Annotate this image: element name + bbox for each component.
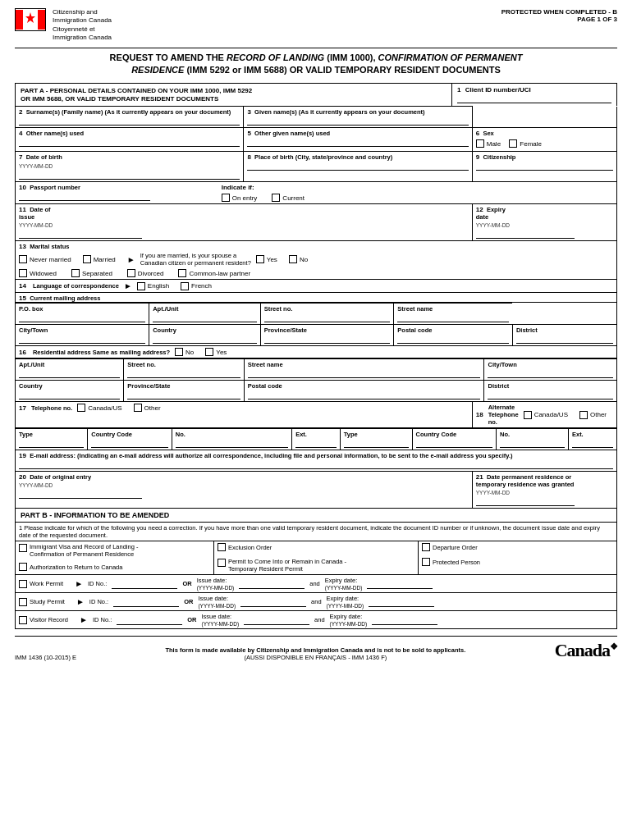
client-id-input[interactable] [457,95,611,103]
res-street-name-input[interactable] [248,370,481,378]
common-law-checkbox[interactable] [178,269,186,277]
othergivenname-input[interactable] [247,139,468,147]
citizenship-input[interactable] [476,162,613,171]
tel-other-option[interactable]: Other [134,404,161,412]
married-no-option[interactable]: No [289,255,308,263]
separated-checkbox[interactable] [71,269,80,277]
apt-unit-input[interactable] [153,314,257,322]
type-input-1[interactable] [19,440,84,448]
french-option[interactable]: French [181,282,212,290]
postal-code-input[interactable] [397,336,509,344]
street-no-input[interactable] [264,314,391,322]
english-option[interactable]: English [137,282,169,290]
email-input[interactable] [19,461,613,469]
never-married-option[interactable]: Never married [19,255,71,263]
married-checkbox[interactable] [83,255,91,263]
expiry-date-input[interactable] [476,231,575,239]
work-issue-input[interactable] [239,581,305,589]
current-option[interactable]: Current [272,194,305,202]
surname-input[interactable] [19,117,240,126]
ext-input-1[interactable] [295,440,337,448]
po-box-input[interactable] [19,314,145,322]
tel-canada-us-option[interactable]: Canada/US [77,404,121,412]
on-entry-option[interactable]: On entry [222,194,258,202]
doc1-checkbox[interactable] [19,544,27,552]
separated-option[interactable]: Separated [71,269,112,277]
passport-input[interactable] [19,193,150,201]
common-law-option[interactable]: Common-law partner [178,269,250,277]
district-input[interactable] [516,336,613,344]
doc5-option[interactable]: Permit to Come Into or Remain in Canada … [218,558,346,573]
no-input-1[interactable] [176,440,288,448]
divorced-checkbox[interactable] [127,269,135,277]
residential-no-checkbox[interactable] [175,348,183,356]
doc6-option[interactable]: Protected Person [422,558,480,566]
married-no-checkbox[interactable] [289,255,297,263]
cc-input-1[interactable] [91,440,167,448]
entry-date-input[interactable] [19,491,142,499]
doc4-checkbox[interactable] [19,563,27,571]
province-input[interactable] [264,336,391,344]
sex-female-option[interactable]: Female [509,139,542,148]
residential-yes-option[interactable]: Yes [205,348,227,356]
sex-male-checkbox[interactable] [476,139,484,148]
visitor-expiry-input[interactable] [372,617,437,625]
issue-date-input[interactable] [19,231,142,239]
visitor-record-checkbox[interactable] [19,616,27,624]
married-yes-option[interactable]: Yes [256,255,277,263]
ext-input-2[interactable] [572,440,613,448]
visitor-record-option[interactable]: Visitor Record [19,616,68,624]
perm-res-date-input[interactable] [476,498,575,506]
never-married-checkbox[interactable] [19,255,27,263]
alt-canada-us-option[interactable]: Canada/US [524,411,568,419]
widowed-checkbox[interactable] [19,269,27,277]
alt-other-checkbox[interactable] [579,411,588,419]
work-id-input[interactable] [112,581,177,589]
study-id-input[interactable] [113,599,179,607]
doc3-checkbox[interactable] [422,543,430,551]
city-input[interactable] [19,336,145,344]
doc5-checkbox[interactable] [218,559,226,567]
doc1-option[interactable]: Immigrant Visa and Record of Landing - C… [19,543,138,558]
divorced-option[interactable]: Divorced [127,269,164,277]
doc4-option[interactable]: Authorization to Return to Canada [19,563,122,571]
res-country-input[interactable] [19,391,120,399]
cc-input-2[interactable] [416,440,492,448]
doc3-option[interactable]: Departure Order [422,543,478,551]
residential-no-option[interactable]: No [175,348,194,356]
study-issue-input[interactable] [240,599,306,607]
street-name-input[interactable] [397,314,509,322]
study-expiry-input[interactable] [369,599,434,607]
french-checkbox[interactable] [181,282,189,290]
residential-yes-checkbox[interactable] [205,348,213,356]
givenname-input[interactable] [247,117,468,126]
study-permit-option[interactable]: Study Permit [19,598,65,606]
res-city-input[interactable] [488,370,613,378]
work-permit-option[interactable]: Work Permit [19,580,63,588]
res-street-no-input[interactable] [127,370,240,378]
english-checkbox[interactable] [137,282,145,290]
sex-male-option[interactable]: Male [476,139,501,148]
res-apt-input[interactable] [19,370,120,378]
work-expiry-input[interactable] [367,581,433,589]
visitor-id-input[interactable] [117,617,182,625]
current-checkbox[interactable] [272,194,280,202]
res-postal-input[interactable] [248,391,481,399]
type-input-2[interactable] [344,440,409,448]
married-option[interactable]: Married [83,255,116,263]
othername-input[interactable] [19,139,240,147]
alt-other-option[interactable]: Other [579,411,607,419]
study-permit-checkbox[interactable] [19,598,27,606]
doc2-option[interactable]: Exclusion Order [218,543,272,551]
sex-female-checkbox[interactable] [509,139,517,148]
on-entry-checkbox[interactable] [222,194,230,202]
doc6-checkbox[interactable] [422,558,430,566]
res-province-input[interactable] [127,391,240,399]
tel-other-checkbox[interactable] [134,404,142,412]
country-input[interactable] [153,336,257,344]
res-district-input[interactable] [488,391,613,399]
work-permit-checkbox[interactable] [19,580,27,588]
doc2-checkbox[interactable] [218,543,226,551]
no-input-2[interactable] [500,440,565,448]
tel-canada-us-checkbox[interactable] [77,404,85,412]
